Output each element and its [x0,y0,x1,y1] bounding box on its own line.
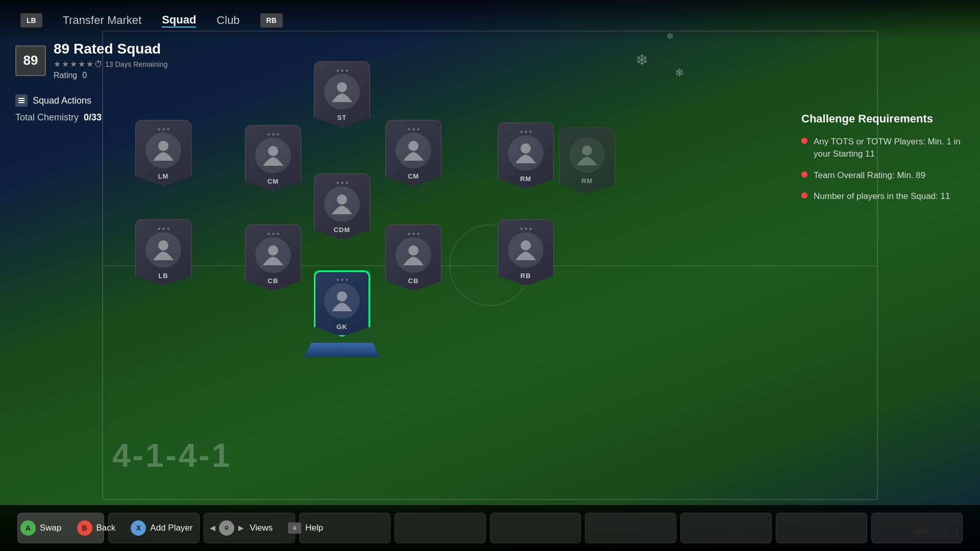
rb-button[interactable]: RB [260,13,283,28]
req-dot-2 [801,171,807,178]
bench-slot-active[interactable] [17,513,104,543]
player-icon-cm-right [396,133,431,168]
svg-point-5 [268,146,278,156]
position-label-cb-right: CB [408,277,419,285]
player-card-rb[interactable]: ★★★ RB [498,219,554,286]
challenge-req-1: Any TOTS or TOTW Players: Min. 1 in your… [801,136,965,160]
card-stars: ★★★ [336,68,349,73]
card-stars: ★★★ [336,278,349,282]
position-label-gk: GK [336,323,348,331]
player-card-cb-right[interactable]: ★★★ CB [385,224,442,291]
star-2: ★ [62,59,69,69]
card-stars: ★★★ [157,227,170,231]
formation-label: 4-1-4-1 [112,437,232,474]
player-card-cm-right[interactable]: ★★★ CM [385,120,442,186]
time-remaining: ⏱ 13 Days Remaining [94,59,167,69]
player-card-cb-left[interactable]: ★★★ CB [245,224,301,291]
bench-slot-8[interactable] [680,513,772,543]
player-icon-lm [145,133,181,168]
star-1: ★ [54,59,61,69]
svg-point-11 [408,245,419,256]
challenge-req-2: Team Overall Rating: Min. 89 [801,169,965,182]
bench-slot-10[interactable] [871,513,963,543]
svg-point-8 [337,194,347,205]
nav-squad[interactable]: Squad [162,13,196,28]
squad-actions-icon [15,94,28,107]
req-dot-3 [801,192,807,198]
bench-slot-9[interactable] [776,513,867,543]
bottom-bench-bar [0,505,980,551]
player-card-cdm[interactable]: ★★★ CDM [314,173,370,240]
bench-slot-2[interactable] [108,513,200,543]
squad-info-panel: 89 89 Rated Squad ★ ★ ★ ★ ★ ⏱ 13 Days Re… [15,41,167,84]
nav-transfer-market[interactable]: Transfer Market [63,14,141,27]
squad-actions-label: Squad Actions [33,95,91,106]
star-5: ★ [86,59,93,69]
player-icon-st [324,74,360,110]
bench-slot-7[interactable] [585,513,676,543]
rating-badge: 89 [15,45,46,76]
challenge-requirements-panel: Challenge Requirements Any TOTS or TOTW … [801,112,965,212]
pitch-lines [102,31,878,500]
player-icon-extra [569,137,605,173]
card-stars: ★★★ [267,232,280,236]
position-label-extra: RM [581,177,593,185]
bench-slot-6[interactable] [490,513,581,543]
svg-point-9 [158,240,168,251]
bench-slot-3[interactable] [204,513,295,543]
player-icon-cb-right [396,237,431,273]
player-card-extra[interactable]: RM [559,128,615,194]
player-card-lb[interactable]: ★★★ LB [135,219,191,286]
position-label-st: ST [337,114,347,121]
position-label-cm-right: CM [408,172,419,180]
player-card-st[interactable]: ★★★ ST [314,61,370,128]
position-label-rb: RB [521,272,531,280]
chemistry-bar: Total Chemistry 0/33 [15,112,102,123]
card-stars: ★★★ [407,127,420,132]
nav-club[interactable]: Club [216,14,239,27]
star-4: ★ [78,59,85,69]
snowflake-decoration: ❄ [675,66,684,80]
svg-point-4 [158,141,168,151]
player-card-gk[interactable]: ★★★ GK [314,270,370,337]
svg-point-12 [521,240,531,251]
req-text-1: Any TOTS or TOTW Players: Min. 1 in your… [814,136,965,160]
rating-row: Rating 0 [54,71,167,80]
lb-button[interactable]: LB [20,13,42,28]
player-icon-cm-left [255,138,291,173]
player-card-lm[interactable]: ★★★ LM [135,120,191,186]
player-icon-cdm [324,186,360,222]
chemistry-label: Total Chemistry [15,112,79,123]
svg-point-6 [408,141,419,151]
svg-rect-2 [18,102,24,103]
card-stars: ★★★ [407,232,420,236]
top-navigation: LB Transfer Market Squad Club RB [0,0,980,41]
position-label-rm: RM [520,175,531,183]
squad-rating-box: 89 89 Rated Squad ★ ★ ★ ★ ★ ⏱ 13 Days Re… [15,41,167,80]
chemistry-value: 0/33 [84,112,102,123]
bench-slot-4[interactable] [299,513,390,543]
center-line [103,265,877,266]
player-icon-cb-left [255,237,291,273]
position-label-cb-left: CB [268,277,279,285]
svg-rect-1 [18,100,24,101]
player-card-cm-left[interactable]: ★★★ CM [245,125,301,191]
squad-actions-button[interactable]: Squad Actions [15,94,91,107]
card-stars: ★★★ [157,127,170,132]
snowflake-decoration: ❄ [635,51,648,69]
player-card-rm[interactable]: ★★★ RM [498,122,554,189]
squad-title: 89 Rated Squad [54,41,167,57]
bench-slot-5[interactable] [395,513,486,543]
card-stars: ★★★ [520,130,532,134]
svg-point-14 [582,145,592,156]
challenge-title: Challenge Requirements [801,112,965,126]
player-icon-lb [145,232,181,268]
position-label-cdm: CDM [334,226,351,234]
svg-point-10 [268,245,278,256]
req-text-3: Number of players in the Squad: 11 [814,190,950,203]
card-stars: ★★★ [336,181,349,185]
player-icon-rm [508,135,544,171]
challenge-req-3: Number of players in the Squad: 11 [801,190,965,203]
player-icon-gk [324,283,360,319]
req-text-2: Team Overall Rating: Min. 89 [814,169,925,182]
